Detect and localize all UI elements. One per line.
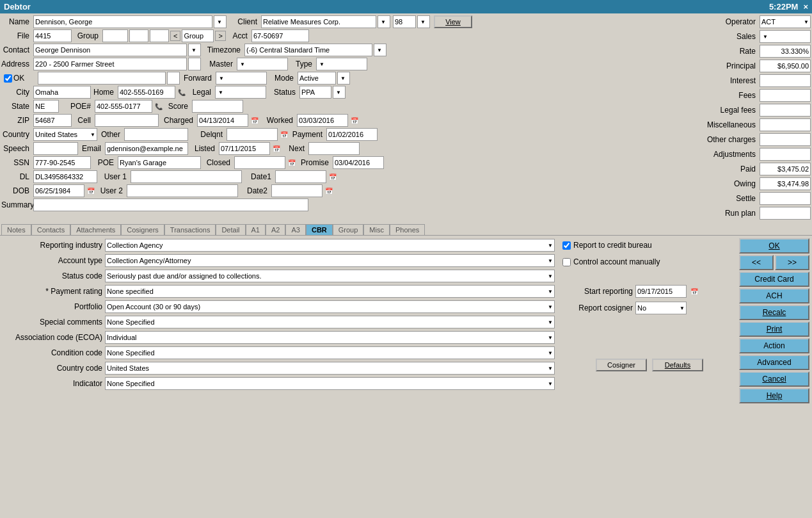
date1-field[interactable] [275, 170, 326, 183]
speech-field[interactable] [33, 142, 78, 155]
file-field[interactable]: 4415 [33, 29, 72, 42]
account-type-field[interactable]: Collection Agency/Attorney [105, 254, 555, 267]
mode-field[interactable]: Active [298, 72, 336, 85]
user2-field[interactable] [127, 184, 238, 197]
group-nav-center[interactable]: Group [182, 29, 214, 42]
tab-phones[interactable]: Phones [390, 224, 425, 235]
other-field[interactable] [124, 128, 188, 141]
charged-cal-icon[interactable]: 📅 [251, 117, 259, 124]
interest-field[interactable] [760, 74, 811, 87]
legal-dropdown[interactable] [215, 86, 266, 99]
name-field[interactable]: Dennison, George [33, 15, 212, 28]
report-cosigner-dropdown[interactable]: No [635, 302, 687, 314]
recalc-button[interactable]: Recalc [739, 305, 809, 320]
country-dropdown[interactable]: United States [33, 128, 97, 141]
view-button[interactable]: View [434, 15, 472, 28]
tab-transactions[interactable]: Transactions [164, 224, 216, 235]
principal-field[interactable]: $6,950.00 [760, 60, 811, 72]
poe-phone-icon[interactable]: 📞 [155, 103, 163, 110]
tab-a1[interactable]: A1 [246, 224, 266, 235]
cell-field[interactable] [95, 114, 159, 127]
sales-dropdown[interactable] [760, 30, 811, 43]
ach-button[interactable]: ACH [739, 288, 809, 304]
zip-field[interactable]: 54687 [33, 114, 72, 127]
next-field[interactable] [308, 142, 360, 155]
closed-field[interactable] [234, 156, 285, 169]
group-next-btn[interactable]: > [215, 31, 225, 41]
dl-field[interactable]: DL3495864332 [33, 170, 97, 183]
address-field[interactable]: 220 - 2500 Farmer Street [33, 58, 187, 70]
group-field2[interactable] [129, 29, 148, 42]
indicator-field[interactable]: None Specified [105, 377, 555, 390]
close-button[interactable]: × [803, 2, 808, 12]
help-button[interactable]: Help [739, 388, 809, 403]
dob-cal-icon[interactable]: 📅 [87, 188, 95, 195]
client-num-field[interactable]: 98 [393, 15, 416, 28]
delqnt-field[interactable] [227, 128, 278, 141]
next-button[interactable]: >> [775, 255, 809, 270]
tab-misc[interactable]: Misc [363, 224, 390, 235]
ok-button[interactable]: OK [739, 238, 809, 254]
group-field3[interactable] [150, 29, 169, 42]
status-dropdown[interactable] [333, 86, 346, 99]
tab-group[interactable]: Group [333, 224, 364, 235]
prev-button[interactable]: << [739, 255, 774, 270]
special-comments-field[interactable]: None Specified [105, 316, 555, 328]
user1-field[interactable] [131, 170, 242, 183]
date2-cal-icon[interactable]: 📅 [325, 188, 333, 195]
status-code-field[interactable]: Seriously past due and/or assigned to co… [105, 270, 555, 282]
advanced-button[interactable]: Advanced [739, 355, 809, 370]
tab-cosigners[interactable]: Cosigners [121, 224, 164, 235]
settle-field[interactable] [760, 192, 811, 205]
state-field[interactable]: NE [33, 100, 59, 113]
home-field[interactable]: 402-555-0169 [118, 86, 175, 99]
tab-contacts[interactable]: Contacts [31, 224, 70, 235]
credit-card-button[interactable]: Credit Card [739, 271, 809, 287]
ok-checkbox[interactable] [4, 74, 12, 83]
ok-field2[interactable] [167, 72, 180, 85]
cancel-button[interactable]: Cancel [739, 371, 809, 387]
date1-cal-icon[interactable]: 📅 [329, 174, 337, 181]
listed-field[interactable]: 07/11/2015 [219, 142, 270, 155]
timezone-dropdown[interactable] [374, 44, 386, 56]
group-field[interactable] [102, 29, 128, 42]
master-dropdown[interactable] [237, 58, 288, 70]
tab-a3[interactable]: A3 [285, 224, 305, 235]
paid-field[interactable]: $3,475.02 [760, 163, 811, 175]
listed-cal-icon[interactable]: 📅 [273, 145, 280, 152]
cosigner-button[interactable]: Cosigner [596, 359, 647, 371]
misc-field[interactable] [760, 118, 811, 131]
email-field[interactable]: gdennison@example.ne [105, 142, 188, 155]
owing-field[interactable]: $3,474.98 [760, 177, 811, 190]
contact-field[interactable]: George Dennison [33, 44, 187, 56]
date2-field[interactable] [271, 184, 322, 197]
assoc-code-field[interactable]: Individual [105, 331, 555, 344]
control-account-checkbox[interactable] [562, 258, 571, 266]
client-dropdown[interactable] [378, 15, 390, 28]
rate-field[interactable]: 33.330% [760, 45, 811, 58]
print-button[interactable]: Print [739, 321, 809, 337]
adjustments-field[interactable] [760, 148, 811, 161]
reporting-industry-field[interactable]: Collection Agency [105, 239, 555, 252]
ssn-field[interactable]: 777-90-2545 [33, 156, 91, 169]
closed-cal-icon[interactable]: 📅 [288, 159, 296, 166]
start-reporting-field[interactable]: 09/17/2015 [635, 285, 687, 298]
status-field[interactable]: PPA [299, 86, 331, 99]
tab-attachments[interactable]: Attachments [70, 224, 121, 235]
worked-cal-icon[interactable]: 📅 [351, 117, 358, 124]
other-charges-field[interactable] [760, 133, 811, 146]
client-field[interactable]: Relative Measures Corp. [261, 15, 376, 28]
worked-field[interactable]: 03/03/2016 [297, 114, 348, 127]
timezone-field[interactable]: (-6) Central Standard Time [244, 44, 372, 56]
acct-field[interactable]: 67-50697 [251, 29, 309, 42]
charged-field[interactable]: 04/13/2014 [197, 114, 248, 127]
legal-fees-field[interactable] [760, 104, 811, 117]
portfolio-field[interactable]: Open Account (30 or 90 days) [105, 300, 555, 313]
type-dropdown[interactable] [316, 58, 367, 70]
defaults-button[interactable]: Defaults [652, 359, 703, 371]
city-field[interactable]: Omaha [33, 86, 91, 99]
forward-dropdown[interactable] [216, 72, 267, 85]
condition-code-field[interactable]: None Specified [105, 346, 555, 359]
contact-dropdown[interactable] [188, 44, 201, 56]
action-button[interactable]: Action [739, 338, 809, 353]
